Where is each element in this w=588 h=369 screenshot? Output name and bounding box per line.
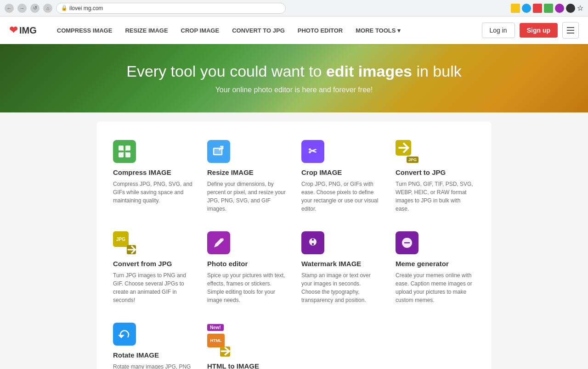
tool-desc-convert-to-jpg: Turn PNG, GIF, TIF, PSD, SVG, WEBP, HEIC… bbox=[396, 180, 475, 213]
tool-item-meme[interactable]: Meme generatorCreate your memes online w… bbox=[388, 222, 482, 313]
logo-img: IMG bbox=[19, 25, 37, 36]
tool-name-watermark: Watermark IMAGE bbox=[301, 260, 381, 268]
forward-button[interactable]: → bbox=[17, 4, 27, 13]
tool-desc-convert-from-jpg: Turn JPG images to PNG and GIF. Choose s… bbox=[113, 271, 192, 304]
tool-item-watermark[interactable]: Watermark IMAGEStamp an image or text ov… bbox=[294, 222, 388, 313]
svg-text:✂: ✂ bbox=[308, 145, 317, 157]
nav-more-tools[interactable]: MORE TOOLS ▾ bbox=[349, 17, 407, 44]
ext-icon-3[interactable] bbox=[533, 4, 542, 13]
svg-point-13 bbox=[221, 238, 224, 241]
hero-heading: Every tool you could want to edit images… bbox=[9, 62, 579, 80]
home-button[interactable]: ⌂ bbox=[43, 4, 52, 13]
tool-name-rotate: Rotate IMAGE bbox=[113, 351, 192, 359]
logo[interactable]: ❤ IMG bbox=[9, 24, 37, 36]
nav-resize[interactable]: RESIZE IMAGE bbox=[119, 17, 174, 44]
hero-subheading: Your online photo editor is here and for… bbox=[9, 86, 579, 94]
nav-compress[interactable]: COMPRESS IMAGE bbox=[51, 17, 119, 44]
tool-item-convert-to-jpg[interactable]: JPG Convert to JPGTurn PNG, GIF, TIF, PS… bbox=[388, 131, 482, 222]
tool-name-convert-to-jpg: Convert to JPG bbox=[396, 168, 475, 176]
tool-name-html-to-image: HTML to IMAGE bbox=[207, 362, 287, 369]
tool-desc-compress: Compress JPG, PNG, SVG, and GIFs while s… bbox=[113, 180, 192, 205]
tool-desc-resize: Define your dimensions, by percent or pi… bbox=[207, 180, 287, 213]
tool-item-photo-editor[interactable]: Photo editorSpice up your pictures with … bbox=[200, 222, 294, 313]
tool-desc-rotate: Rotate many images JPG, PNG or GIF at sa… bbox=[113, 363, 192, 369]
tool-name-meme: Meme generator bbox=[396, 260, 475, 268]
tool-desc-crop: Crop JPG, PNG, or GIFs with ease. Choose… bbox=[301, 180, 381, 213]
tool-name-resize: Resize IMAGE bbox=[207, 168, 287, 176]
tool-name-convert-from-jpg: Convert from JPG bbox=[113, 260, 192, 268]
back-button[interactable]: ← bbox=[5, 4, 14, 13]
nav-photo-editor[interactable]: PHOTO EDITOR bbox=[291, 17, 349, 44]
tool-name-compress: Compress IMAGE bbox=[113, 168, 192, 176]
tools-container: Compress IMAGECompress JPG, PNG, SVG, an… bbox=[87, 112, 501, 369]
hamburger-line-1 bbox=[567, 27, 574, 28]
tool-name-crop: Crop IMAGE bbox=[301, 168, 381, 176]
tool-name-photo-editor: Photo editor bbox=[207, 260, 287, 268]
empty-cell-1 bbox=[388, 313, 482, 369]
ext-icon-6[interactable] bbox=[566, 4, 575, 13]
login-button[interactable]: Log in bbox=[482, 22, 515, 38]
hero-section: Every tool you could want to edit images… bbox=[0, 44, 588, 112]
nav-links: COMPRESS IMAGE RESIZE IMAGE CROP IMAGE C… bbox=[51, 17, 482, 44]
nav-actions: Log in Sign up bbox=[482, 22, 579, 39]
tool-desc-watermark: Stamp an image or text over your images … bbox=[301, 271, 381, 304]
bookmark-icon[interactable]: ☆ bbox=[577, 4, 583, 13]
tool-item-convert-from-jpg[interactable]: JPG Convert from JPGTurn JPG images to P… bbox=[106, 222, 200, 313]
logo-heart: ❤ bbox=[9, 24, 17, 36]
tool-item-html-to-image[interactable]: New! HTML HTML to IMAGEConvert webpages … bbox=[200, 313, 294, 369]
hamburger-line-3 bbox=[567, 33, 574, 34]
url-bar[interactable]: 🔒 ilovei mg.com bbox=[56, 3, 286, 14]
empty-cell-0 bbox=[294, 313, 388, 369]
tool-item-crop[interactable]: ✂ Crop IMAGECrop JPG, PNG, or GIFs with … bbox=[294, 131, 388, 222]
svg-point-16 bbox=[311, 240, 314, 243]
browser-extensions: ☆ bbox=[511, 4, 583, 13]
tool-item-resize[interactable]: Resize IMAGEDefine your dimensions, by p… bbox=[200, 131, 294, 222]
url-text: ilovei mg.com bbox=[69, 5, 103, 11]
refresh-button[interactable]: ↺ bbox=[30, 4, 40, 13]
tool-item-rotate[interactable]: Rotate IMAGERotate many images JPG, PNG … bbox=[106, 313, 200, 369]
tool-desc-meme: Create your memes online with ease. Capt… bbox=[396, 271, 475, 304]
ext-icon-5[interactable] bbox=[555, 4, 564, 13]
hamburger-button[interactable] bbox=[562, 22, 579, 39]
nav-convert-jpg[interactable]: CONVERT TO JPG bbox=[226, 17, 291, 44]
new-badge-html-to-image: New! bbox=[207, 324, 224, 331]
tool-item-compress[interactable]: Compress IMAGECompress JPG, PNG, SVG, an… bbox=[106, 131, 200, 222]
svg-marker-19 bbox=[119, 335, 123, 337]
tools-grid: Compress IMAGECompress JPG, PNG, SVG, an… bbox=[96, 122, 492, 369]
nav-crop[interactable]: CROP IMAGE bbox=[175, 17, 226, 44]
tool-desc-photo-editor: Spice up your pictures with text, effect… bbox=[207, 271, 287, 304]
ext-icon-1[interactable] bbox=[511, 4, 520, 13]
browser-chrome: ← → ↺ ⌂ 🔒 ilovei mg.com ☆ bbox=[0, 0, 588, 17]
ext-icon-4[interactable] bbox=[544, 4, 553, 13]
ext-icon-2[interactable] bbox=[522, 4, 531, 13]
signup-button[interactable]: Sign up bbox=[520, 23, 558, 38]
hamburger-line-2 bbox=[567, 30, 574, 31]
navbar: ❤ IMG COMPRESS IMAGE RESIZE IMAGE CROP I… bbox=[0, 17, 588, 44]
